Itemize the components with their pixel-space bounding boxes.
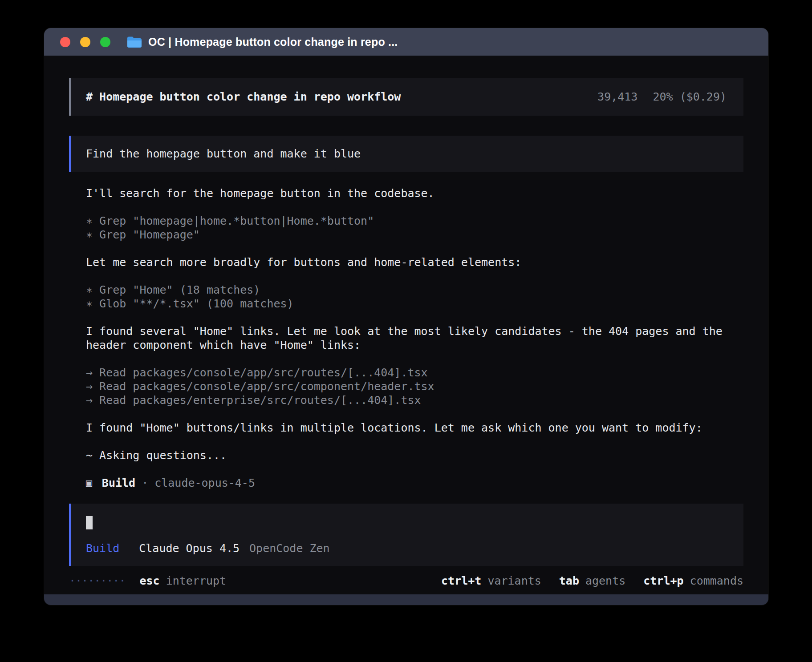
conversation-transcript[interactable]: I'll search for the homepage button in t… xyxy=(69,186,743,504)
hotkey-agents: tab agents xyxy=(559,574,625,588)
desktop-background: { "colors": { "accent_blue": "#4f6df7", … xyxy=(0,0,812,662)
close-button[interactable] xyxy=(60,37,70,47)
window-bottom-edge xyxy=(44,594,768,605)
status-bar-left: ········· esc interrupt xyxy=(69,574,226,588)
text-cursor xyxy=(86,516,93,529)
tool-call-grep: ∗ Grep "homepage|home.*button|Home.*butt… xyxy=(86,214,743,228)
agent-name: Build xyxy=(102,476,135,490)
tool-call-grep: ∗ Grep "Homepage" xyxy=(86,228,743,242)
tool-call-read: → Read packages/enterprise/src/routes/[.… xyxy=(86,393,743,407)
token-count: 39,413 xyxy=(597,90,637,104)
hotkey-label: variants xyxy=(487,574,541,588)
tool-call-group: ∗ Grep "homepage|home.*button|Home.*butt… xyxy=(86,214,743,242)
tool-status-text: ~ Asking questions... xyxy=(86,448,743,462)
tool-call-read: → Read packages/console/app/src/routes/[… xyxy=(86,366,743,379)
terminal-content: # Homepage button color change in repo w… xyxy=(44,56,768,594)
provider-name: OpenCode Zen xyxy=(249,541,330,555)
tool-call-grep: ∗ Grep "Home" (18 matches) xyxy=(86,283,743,297)
hotkey-label: commands xyxy=(690,574,743,588)
folder-icon xyxy=(126,36,142,48)
tool-call-glob: ∗ Glob "**/*.tsx" (100 matches) xyxy=(86,297,743,311)
terminal-window: OC | Homepage button color change in rep… xyxy=(44,28,768,605)
hotkey-key: ctrl+p xyxy=(643,574,683,588)
user-message-text: Find the homepage button and make it blu… xyxy=(86,147,361,160)
hotkey-key: tab xyxy=(559,574,579,588)
hotkey-variants: ctrl+t variants xyxy=(441,574,541,588)
tool-call-read: → Read packages/console/app/src/componen… xyxy=(86,379,743,393)
window-titlebar[interactable]: OC | Homepage button color change in rep… xyxy=(44,28,768,56)
separator-dot: · xyxy=(142,476,148,490)
model-name: Claude Opus 4.5 xyxy=(139,541,240,555)
spinner-dots-icon: ········· xyxy=(69,574,125,588)
session-header: # Homepage button color change in repo w… xyxy=(69,78,743,116)
input-meta-row: Build Claude Opus 4.5 OpenCode Zen xyxy=(86,541,727,555)
hotkey-key: ctrl+t xyxy=(441,574,481,588)
zoom-button[interactable] xyxy=(100,37,110,47)
hotkey-commands: ctrl+p commands xyxy=(643,574,743,588)
context-usage: 20% ($0.29) xyxy=(653,90,727,104)
assistant-text: I found "Home" buttons/links in multiple… xyxy=(86,421,743,435)
hotkey-label: agents xyxy=(585,574,625,588)
esc-key-label: interrupt xyxy=(166,574,226,588)
status-bar: ········· esc interrupt ctrl+t variants … xyxy=(69,574,743,588)
session-stats: 39,413 20% ($0.29) xyxy=(597,90,727,104)
assistant-text: Let me search more broadly for buttons a… xyxy=(86,255,743,269)
prompt-input[interactable]: Build Claude Opus 4.5 OpenCode Zen xyxy=(69,504,743,566)
agent-icon: ▣ xyxy=(86,476,92,490)
agent-status-row: ▣ Build · claude-opus-4-5 xyxy=(86,476,743,490)
minimize-button[interactable] xyxy=(80,37,90,47)
agent-mode-label[interactable]: Build xyxy=(86,541,119,555)
assistant-text: I'll search for the homepage button in t… xyxy=(86,186,743,200)
agent-model: claude-opus-4-5 xyxy=(154,476,255,490)
assistant-text: I found several "Home" links. Let me loo… xyxy=(86,324,743,352)
tool-call-group: ∗ Grep "Home" (18 matches) ∗ Glob "**/*.… xyxy=(86,283,743,311)
traffic-lights xyxy=(60,37,110,47)
status-bar-right: ctrl+t variants tab agents ctrl+p comman… xyxy=(441,574,743,588)
window-title: OC | Homepage button color change in rep… xyxy=(148,36,398,48)
session-title: # Homepage button color change in repo w… xyxy=(86,90,401,104)
user-message: Find the homepage button and make it blu… xyxy=(69,136,743,172)
tool-call-group: → Read packages/console/app/src/routes/[… xyxy=(86,366,743,407)
esc-key-hint: esc xyxy=(139,574,159,588)
